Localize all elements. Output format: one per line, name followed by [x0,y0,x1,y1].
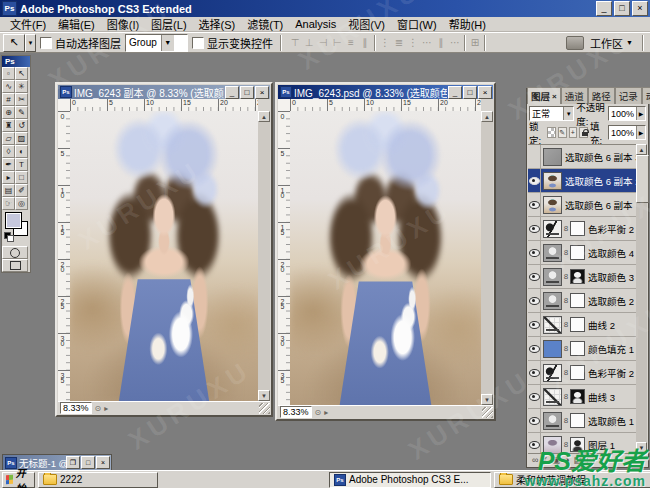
close-button[interactable]: × [96,456,110,469]
layer-mask-thumbnail[interactable] [570,389,585,404]
group-select[interactable]: Group ▼ [125,34,188,52]
layer-name[interactable]: 图层 1 [588,438,615,452]
gradient-tool[interactable]: ▨ [15,132,28,145]
layer-thumbnail[interactable] [543,364,562,382]
scroll-down-icon[interactable]: ▼ [481,394,493,405]
layer-row[interactable]: 8选取颜色 2 [528,289,636,313]
layer-thumbnail[interactable] [543,316,562,334]
layer-mask-thumbnail[interactable] [570,245,585,260]
restore-button[interactable]: ❐ [66,456,80,469]
scroll-down-icon[interactable]: ▼ [258,390,270,401]
fill-field[interactable]: 100% ▶ [608,125,646,140]
dodge-tool[interactable]: ◐ [15,145,28,158]
menu-item[interactable]: 编辑(E) [52,15,101,33]
canvas[interactable] [290,111,481,405]
zoom-level[interactable]: 8.33% [280,406,312,418]
visibility-toggle[interactable] [528,385,541,408]
layer-thumbnail[interactable] [543,196,562,214]
lock-position-icon[interactable]: + [569,127,578,138]
zoom-tool[interactable]: ◎ [15,197,28,210]
link-layers-icon[interactable]: ∞ [532,455,538,465]
close-button[interactable]: × [255,86,269,99]
current-tool-button[interactable]: ↖ [3,34,25,52]
visibility-toggle[interactable] [528,145,541,168]
maximize-button[interactable]: □ [240,86,254,99]
menu-item[interactable]: 图层(L) [145,15,192,33]
tab-动作[interactable]: 动作 [642,87,650,104]
minimize-button[interactable]: _ [448,86,462,99]
layer-row[interactable]: 8颜色填充 1 [528,337,636,361]
foreground-color-swatch[interactable] [5,212,22,229]
default-colors-icon[interactable] [4,232,13,241]
layer-row[interactable]: 8选取颜色 1 [528,409,636,433]
resize-grip[interactable] [482,407,493,418]
crop-tool[interactable]: # [2,93,15,106]
visibility-toggle[interactable] [528,433,541,453]
layer-mask-thumbnail[interactable] [570,317,585,332]
menu-item[interactable]: 帮助(H) [443,15,492,33]
new-layer-icon[interactable]: ▢ [586,455,595,465]
quick-mask-button[interactable] [2,246,28,259]
close-button[interactable]: × [632,1,648,16]
layer-thumbnail[interactable] [543,220,562,238]
bridge-icon[interactable] [566,36,584,50]
layer-name[interactable]: 选取颜色 6 副本 [565,198,633,212]
layer-mask-thumbnail[interactable] [570,221,585,236]
taskbar-task[interactable]: PsAdobe Photoshop CS3 E... [329,472,491,488]
lock-all-icon[interactable] [579,127,588,138]
layer-thumbnail[interactable] [543,412,562,430]
layer-row[interactable]: 8曲线 3 [528,385,636,409]
delete-layer-icon[interactable]: × [598,455,603,465]
layer-row[interactable]: 8曲线 2 [528,313,636,337]
layer-mask-thumbnail[interactable] [570,413,585,428]
restore-button[interactable]: □ [614,1,630,16]
layer-name[interactable]: 曲线 2 [588,318,615,332]
layer-thumbnail[interactable] [543,436,562,454]
tab-close-icon[interactable]: × [552,92,557,101]
layer-style-icon[interactable]: ƒ [542,455,547,465]
visibility-toggle[interactable] [528,217,541,240]
menu-item[interactable]: 文件(F) [4,15,52,33]
visibility-toggle[interactable] [528,241,541,264]
scrollbar-thumb[interactable] [636,155,649,203]
eyedropper-tool[interactable]: ✐ [15,184,28,197]
add-mask-icon[interactable]: ▣ [551,455,560,465]
layer-name[interactable]: 选取颜色 6 副本 2 [565,174,636,188]
resize-grip[interactable] [259,403,270,414]
type-tool[interactable]: T [15,158,28,171]
scroll-up-icon[interactable]: ▲ [481,111,493,122]
layer-thumbnail[interactable] [543,244,562,262]
panel-scrollbar[interactable]: ▲ ▼ [636,144,647,453]
minimize-button[interactable]: _ [596,1,612,16]
auto-select-option[interactable]: 自动选择图层 [40,35,121,51]
adjustment-layer-icon[interactable]: ◑ [564,455,569,465]
opacity-field[interactable]: 100% ▶ [608,106,646,121]
visibility-toggle[interactable] [528,409,541,432]
layer-row[interactable]: 8色彩平衡 2 [528,361,636,385]
layer-mask-thumbnail[interactable] [570,269,585,284]
lock-transparency-icon[interactable] [547,127,556,138]
layer-name[interactable]: 选取颜色 4 [588,246,634,260]
layer-name[interactable]: 选取颜色 3 [588,270,634,284]
new-group-icon[interactable]: ▤ [573,455,582,465]
menu-item[interactable]: 窗口(W) [391,15,443,33]
slice-tool[interactable]: ✂ [15,93,28,106]
magic-wand-tool[interactable]: ✳ [15,80,28,93]
screen-mode-button[interactable] [2,259,28,272]
visibility-toggle[interactable] [528,361,541,384]
layer-name[interactable]: 色彩平衡 2 [588,366,634,380]
menu-item[interactable]: 选择(S) [193,15,242,33]
visibility-toggle[interactable] [528,193,541,216]
layer-mask-thumbnail[interactable] [570,365,585,380]
document-window-1[interactable]: Ps IMG_6243 副本 @ 8.33% (选取颜色 6 副本, RI...… [55,82,273,417]
scroll-up-icon[interactable]: ▲ [636,144,647,155]
layer-thumbnail[interactable] [543,172,562,190]
start-button[interactable]: 开始 [2,472,35,488]
vertical-scrollbar[interactable]: ▲ ▼ [481,111,493,405]
scroll-up-icon[interactable]: ▲ [258,111,270,122]
menu-item[interactable]: Analysis [289,17,342,31]
visibility-toggle[interactable] [528,313,541,336]
layer-name[interactable]: 色彩平衡 2 [588,222,634,236]
layer-row[interactable]: 8选取颜色 3 [528,265,636,289]
status-arrow-icon[interactable]: ▸ [104,404,108,413]
